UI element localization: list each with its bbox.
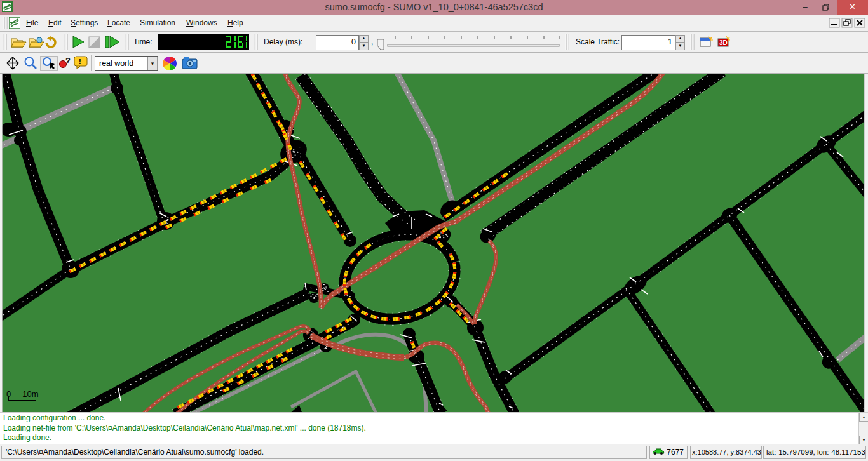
svg-text:!: !	[79, 58, 81, 65]
svg-text:3D: 3D	[719, 39, 728, 46]
svg-text:?: ?	[65, 56, 71, 65]
